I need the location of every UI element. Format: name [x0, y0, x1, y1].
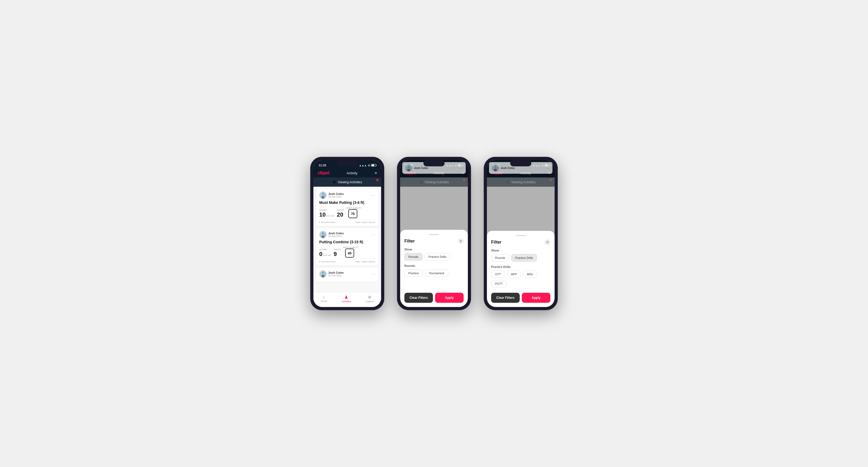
drills-label-3: Practice Drills	[491, 265, 550, 269]
apply-btn-2[interactable]: Apply	[435, 293, 464, 303]
user-date-1: 28 Feb 2023	[328, 195, 344, 198]
signal-icon-1: ▲▲▲	[359, 164, 367, 167]
shotquality-label-1: Shot Quality	[346, 207, 362, 209]
phone-2-inner: 11:33 ▲▲▲ ⊙ clippd Activity ≡ ⚙ Viewing …	[400, 160, 468, 307]
filter-dot-1	[376, 179, 378, 181]
viewing-bar-1[interactable]: ⚙ Viewing Activities	[313, 178, 381, 187]
more-dots-1[interactable]: ···	[371, 193, 375, 197]
viewing-bar-text-1: Viewing Activities	[338, 180, 362, 184]
partial-more-3: ···	[546, 166, 550, 170]
user-date-3: 28 Feb 2023	[328, 274, 344, 277]
activities-icon-1: ♟	[344, 294, 348, 300]
activity-card-1[interactable]: Josh Coles 28 Feb 2023 ··· Must Make Put…	[316, 189, 378, 226]
close-btn-2[interactable]: ✕	[458, 238, 464, 244]
test-info-1: ℹ Test Information	[319, 221, 336, 223]
user-info-3: Josh Coles 28 Feb 2023	[319, 270, 344, 278]
notch-3	[510, 160, 531, 166]
partial-more-2: ···	[459, 166, 463, 170]
partial-user-name-2: Josh Coles	[414, 166, 428, 169]
drills-btn-ott-3[interactable]: OTT	[491, 271, 505, 278]
apply-btn-3[interactable]: Apply	[522, 293, 550, 303]
rounds-btn-tournament-2[interactable]: Tournament	[425, 270, 448, 277]
avatar-3	[319, 270, 327, 278]
score-value-1: 10	[319, 211, 326, 218]
more-dots-2[interactable]: ···	[371, 232, 375, 237]
sheet-handle-2	[429, 234, 439, 235]
shotquality-label-2: Shot Quality	[343, 246, 359, 249]
activity-card-3[interactable]: Josh Coles 28 Feb 2023 ···	[316, 268, 378, 282]
show-buttons-3: Rounds Practice Drills	[491, 254, 550, 261]
shots-value-1: 20	[337, 211, 343, 218]
show-btn-drills-3[interactable]: Practice Drills	[511, 254, 537, 261]
scene: 11:33 ▲▲▲ ⊙ clippd Activity ≡ ⚙ Viewing …	[300, 141, 568, 326]
user-date-2: 28 Feb 2023	[328, 235, 344, 238]
activity-list: Josh Coles 28 Feb 2023 ··· Must Make Put…	[313, 187, 381, 292]
home-icon-1: ⌂	[323, 294, 325, 299]
capture-label-1: Capture	[366, 300, 374, 303]
notch-2	[424, 160, 444, 166]
clear-filters-btn-3[interactable]: Clear Filters	[491, 293, 520, 303]
phone-1-inner: 11:33 ▲▲▲ ⊙ clippd Activity ≡ ⚙ Viewing …	[313, 160, 381, 307]
phone-3-inner: 11:33 ▲▲▲ ⊙ clippd Activity ≡ ⚙ Viewing …	[487, 160, 555, 307]
show-btn-rounds-3[interactable]: Rounds	[491, 254, 509, 261]
activity-card-2[interactable]: Josh Coles 28 Feb 2023 ··· Putting Combi…	[316, 228, 378, 266]
outof-label-2: OUT OF	[323, 254, 331, 256]
filter-sheet-3: Filter ✕ Show Rounds Practice Drills Pra…	[487, 231, 555, 307]
drills-buttons-3: OTT APP ARG PUTT	[491, 271, 550, 287]
avatar-2	[319, 231, 327, 238]
filter-overlay-3: Josh Coles ··· Filter ✕ Show Rounds	[487, 160, 555, 307]
menu-icon-1[interactable]: ≡	[375, 171, 377, 175]
sheet-handle-3	[516, 235, 526, 236]
show-label-3: Show	[491, 249, 550, 252]
battery-icon-1	[371, 164, 376, 166]
show-buttons-2: Rounds Practice Drills	[404, 253, 464, 260]
user-name-1: Josh Coles	[328, 192, 344, 195]
drills-btn-putt-3[interactable]: PUTT	[491, 280, 507, 287]
drills-btn-arg-3[interactable]: ARG	[523, 271, 537, 278]
show-btn-rounds-2[interactable]: Rounds	[404, 253, 422, 260]
shots-value-2: 9	[334, 251, 337, 257]
shot-quality-2: 45	[345, 249, 354, 257]
data-source-1: Data: Clippd Capture	[355, 221, 375, 223]
nav-bar-1: clippd Activity ≡	[313, 168, 381, 178]
filter-actions-2: Clear Filters Apply	[404, 293, 464, 303]
phone-1: 11:33 ▲▲▲ ⊙ clippd Activity ≡ ⚙ Viewing …	[310, 157, 384, 310]
nav-title-1: Activity	[346, 171, 357, 175]
bottom-nav-1: ⌂ Home ♟ Activities ⊕ Capture	[313, 292, 381, 307]
rounds-buttons-2: Practice Tournament	[404, 270, 464, 277]
phone-2: 11:33 ▲▲▲ ⊙ clippd Activity ≡ ⚙ Viewing …	[397, 157, 471, 310]
user-info-1: Josh Coles 28 Feb 2023	[319, 191, 344, 199]
sheet-header-3: Filter ✕	[491, 239, 550, 245]
outof-label-1: OUT OF	[326, 215, 334, 217]
filter-sheet-2: Filter ✕ Show Rounds Practice Drills Rou…	[400, 230, 468, 307]
avatar-1	[319, 191, 327, 199]
user-info-2: Josh Coles 28 Feb 2023	[319, 231, 344, 238]
sheet-title-2: Filter	[404, 239, 415, 244]
data-source-2: Data: Clippd Capture	[355, 260, 375, 263]
close-btn-3[interactable]: ✕	[545, 239, 550, 245]
score-label-1: Score	[319, 209, 335, 211]
score-label-2: Score	[319, 248, 331, 251]
shots-label-1: Shots	[337, 209, 344, 211]
rounds-btn-practice-2[interactable]: Practice	[404, 270, 423, 277]
shots-label-2: Shots	[334, 248, 341, 251]
nav-activities-1[interactable]: ♟ Activities	[341, 294, 351, 303]
avatar-partial-3	[492, 164, 499, 172]
show-btn-drills-2[interactable]: Practice Drills	[425, 253, 450, 260]
nav-capture-1[interactable]: ⊕ Capture	[366, 294, 374, 303]
show-label-2: Show	[404, 248, 464, 251]
capture-icon-1: ⊕	[368, 294, 371, 300]
card-title-1: Must Make Putting (3-6 ft)	[319, 200, 375, 205]
nav-home-1[interactable]: ⌂ Home	[320, 294, 327, 303]
overlay-backdrop-2: Josh Coles ···	[400, 160, 468, 230]
home-label-1: Home	[320, 300, 327, 303]
time-1: 11:33	[319, 164, 326, 167]
clear-filters-btn-2[interactable]: Clear Filters	[404, 293, 433, 303]
test-info-2: ℹ Test Information	[319, 260, 336, 263]
sheet-header-2: Filter ✕	[404, 238, 464, 244]
partial-user-name-3: Josh Coles	[501, 166, 515, 169]
filter-overlay-2: Josh Coles ··· Filter ✕ Show Rounds	[400, 160, 468, 307]
sheet-title-3: Filter	[491, 240, 501, 245]
more-dots-3[interactable]: ···	[371, 272, 375, 276]
drills-btn-app-3[interactable]: APP	[507, 271, 521, 278]
